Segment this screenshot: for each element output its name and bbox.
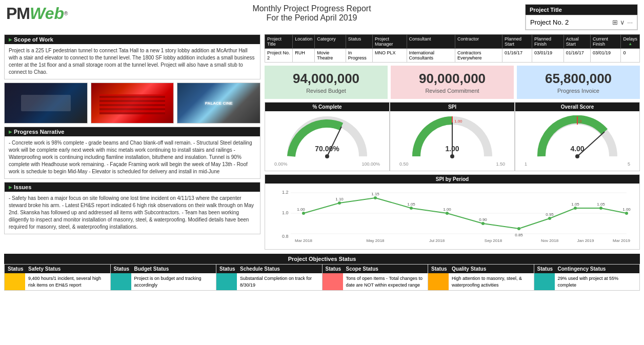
col-header-current-finish: Current Finish: [590, 35, 621, 49]
kpi-commitment-value: 90,000,000: [396, 71, 509, 87]
gauge-score-min: 1: [525, 161, 527, 167]
schedule-status-name-header: Schedule Status: [237, 265, 322, 273]
schedule-col-header: Status Schedule Status: [216, 265, 322, 273]
gauge-score-svg: 3 4.00: [536, 115, 618, 161]
triangle-icon-3: ▶: [9, 185, 12, 190]
svg-point-1: [325, 154, 329, 158]
svg-text:1.10: 1.10: [335, 197, 344, 201]
kpi-commitment-label: Revised Commitment: [396, 88, 509, 94]
svg-point-6: [450, 154, 454, 158]
triangle-icon-2: ▶: [9, 130, 12, 134]
contingency-col-body: 29% used with project at 55% complete: [534, 273, 640, 290]
budget-col-header: Status Budget Status: [111, 265, 216, 273]
kpi-budget-value: 94,000,000: [270, 71, 383, 87]
svg-point-11: [575, 154, 579, 158]
kpi-progress-invoice: 65,800,000 Progress Invoice: [517, 66, 640, 99]
expand-icon[interactable]: ⊞: [612, 18, 618, 26]
svg-point-24: [481, 222, 485, 225]
safety-status-text: 9,400 hours/1 incident, several high ris…: [25, 273, 110, 290]
budget-status-indicator: [111, 273, 131, 290]
gauge-percent-container: 70.00% 0.00% 100.00%: [265, 111, 389, 171]
kpi-budget-label: Revised Budget: [270, 88, 383, 94]
svg-text:0.8: 0.8: [282, 234, 289, 239]
col-header-location: Location: [293, 35, 315, 49]
progress-narrative-header: ▶ Progress Narrative: [5, 127, 260, 136]
col-header-manager: Project Manager: [373, 35, 407, 49]
chevron-down-icon[interactable]: ∨: [620, 18, 625, 26]
right-panel: Project Title Location Category Status P…: [265, 34, 640, 250]
status-columns: Status Safety Status 9,400 hours/1 incid…: [4, 264, 640, 291]
svg-point-19: [302, 212, 305, 215]
svg-text:1.00: 1.00: [622, 207, 631, 212]
project-image-3: PALACE CINE: [177, 83, 260, 124]
spi-chart-title: SPI by Period: [265, 175, 639, 184]
project-selector-body[interactable]: Project No. 2 ⊞ ∨ ···: [526, 15, 637, 30]
col-header-contractor: Contractor: [455, 35, 502, 49]
gauge-percent-svg: 70.00%: [286, 115, 368, 161]
cell-planned-finish: 03/01/19: [532, 49, 564, 63]
safety-col-body: 9,400 hours/1 incident, several high ris…: [5, 273, 110, 290]
project-table-container: Project Title Location Category Status P…: [265, 34, 640, 63]
svg-point-21: [374, 196, 377, 199]
contingency-status-col: Status Contingency Status 29% used with …: [534, 265, 640, 290]
main-content: ▶ Scope of Work Project is a 225 LF pede…: [0, 32, 644, 252]
col-header-consultant: Consultant: [407, 35, 455, 49]
col-header-planned-finish: Planned Finish: [532, 35, 564, 49]
scope-col-header: Status Scope Status: [323, 265, 428, 273]
svg-text:1.15: 1.15: [371, 192, 379, 196]
svg-point-28: [599, 207, 602, 210]
svg-text:1.05: 1.05: [407, 202, 415, 207]
col-header-planned-start: Planned Start: [502, 35, 532, 49]
gauge-spi-container: 1.00 1.00 0.50 1.50: [390, 111, 514, 171]
spi-chart-section: SPI by Period 1.2 1.0 0.8: [265, 174, 640, 250]
contingency-col-header: Status Contingency Status: [534, 265, 640, 273]
gauge-percent-labels: 0.00% 100.00%: [269, 161, 385, 167]
table-row: Project No. 2 RUH Movie Theatre In Progr…: [265, 49, 640, 63]
project-image-2: [91, 83, 174, 124]
col-header-delays: Delays▲: [621, 35, 640, 49]
scope-of-work-title: Scope of Work: [14, 36, 53, 43]
scope-of-work-header: ▶ Scope of Work: [5, 35, 260, 44]
issues-title: Issues: [14, 184, 31, 190]
svg-text:0.90: 0.90: [479, 217, 487, 222]
cell-manager: MNO PLX: [373, 49, 407, 63]
svg-text:70.00%: 70.00%: [315, 145, 339, 153]
project-selector[interactable]: Project Title Project No. 2 ⊞ ∨ ···: [525, 4, 638, 30]
more-options-icon[interactable]: ···: [627, 18, 633, 26]
gauge-spi: SPI 1.00 1.00: [390, 102, 515, 171]
svg-text:Mar 2019: Mar 2019: [613, 238, 630, 243]
cell-planned-start: 01/16/17: [502, 49, 532, 63]
budget-status-name-header: Budget Status: [131, 265, 216, 273]
svg-point-22: [410, 207, 413, 210]
svg-text:4.00: 4.00: [570, 145, 584, 153]
progress-narrative-box: ▶ Progress Narrative - Concrete work is …: [4, 127, 260, 179]
cell-delays: 0: [621, 49, 640, 63]
logo-reg: ®: [64, 11, 68, 16]
left-panel: ▶ Scope of Work Project is a 225 LF pede…: [4, 34, 260, 250]
quality-status-name-header: Quality Status: [449, 265, 534, 273]
project-selector-value: Project No. 2: [530, 18, 612, 26]
gauge-spi-labels: 0.50 1.50: [394, 161, 510, 167]
scope-status-indicator: [323, 273, 343, 290]
kpi-revised-commitment: 90,000,000 Revised Commitment: [391, 66, 514, 99]
cell-title: Project No. 2: [265, 49, 293, 63]
contingency-status-label-header: Status: [534, 265, 555, 273]
schedule-col-body: Substantial Completion on track for 8/30…: [216, 273, 322, 290]
gauge-spi-svg: 1.00 1.00: [411, 115, 493, 161]
gauge-spi-max: 1.50: [496, 161, 505, 167]
scope-status-col: Status Scope Status Tons of open Items -…: [323, 265, 429, 290]
logo: PM Web ®: [6, 4, 98, 23]
contingency-status-text: 29% used with project at 55% complete: [555, 273, 640, 290]
svg-point-23: [446, 212, 449, 215]
quality-status-text: High attention to masonry, steel, & wate…: [449, 273, 534, 290]
svg-point-20: [338, 201, 341, 205]
kpi-invoice-label: Progress Invoice: [522, 88, 635, 94]
cell-category: Movie Theatre: [315, 49, 346, 63]
safety-status-indicator: [5, 273, 25, 290]
schedule-status-indicator: [216, 273, 237, 290]
scope-status-label-header: Status: [323, 265, 343, 273]
issues-content: - Safety has been a major focus on site …: [5, 192, 260, 234]
cinema-screen-1: [21, 95, 70, 111]
project-images-row: PALACE CINE: [4, 83, 260, 124]
project-selector-icons[interactable]: ⊞ ∨ ···: [612, 18, 633, 26]
